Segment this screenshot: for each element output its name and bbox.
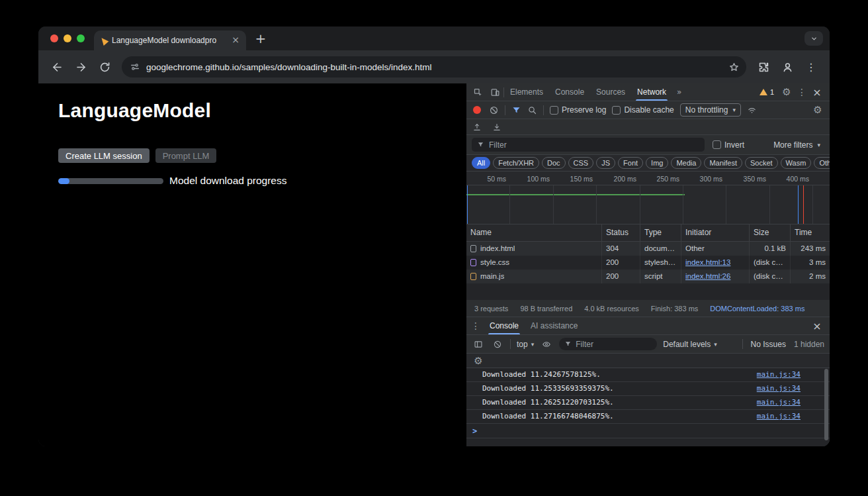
- network-summary-item: Finish: 383 ms: [645, 305, 705, 313]
- tab-close-icon[interactable]: ×: [230, 35, 241, 46]
- forward-button[interactable]: [71, 57, 91, 77]
- console-prompt[interactable]: >: [466, 424, 830, 438]
- network-request-row[interactable]: main.js200scriptindex.html:26(disk c…2 m…: [466, 270, 830, 283]
- warning-triangle-icon: [760, 89, 767, 95]
- clear-network-log-icon[interactable]: [489, 105, 499, 115]
- timeline-gridline: [812, 185, 813, 224]
- filter-chip-other[interactable]: Other: [814, 157, 830, 169]
- profile-avatar-icon[interactable]: [777, 57, 797, 77]
- window-zoom-button[interactable]: [77, 34, 85, 42]
- window-close-button[interactable]: [50, 34, 58, 42]
- browser-menu-icon[interactable]: ⋮: [801, 57, 821, 77]
- column-header-type[interactable]: Type: [640, 224, 681, 241]
- network-request-row[interactable]: index.html304docum…Other0.1 kB243 ms: [466, 242, 830, 256]
- clear-console-icon[interactable]: [491, 338, 504, 351]
- console-settings-icon[interactable]: ⚙: [472, 354, 485, 368]
- console-message-text: Downloaded 11.24267578125%.: [482, 370, 601, 379]
- more-filters-dropdown[interactable]: More filters ▾: [773, 140, 824, 150]
- context-value: top: [517, 340, 528, 349]
- column-header-status[interactable]: Status: [602, 224, 640, 241]
- request-name: style.css: [480, 256, 509, 270]
- network-search-icon[interactable]: [527, 105, 537, 115]
- console-filter-field[interactable]: [576, 340, 652, 349]
- network-request-table: NameStatusTypeInitiatorSizeTime index.ht…: [466, 224, 830, 300]
- network-summary-item: 4.0 kB resources: [578, 305, 645, 313]
- throttling-select[interactable]: No throttling ▾: [680, 103, 741, 117]
- tab-search-button[interactable]: [804, 31, 823, 46]
- devtools-close-icon[interactable]: ×: [810, 86, 824, 99]
- more-tabs-icon[interactable]: »: [672, 87, 686, 97]
- import-har-icon[interactable]: [472, 123, 482, 132]
- disable-cache-checkbox[interactable]: Disable cache: [612, 105, 673, 115]
- console-sidebar-icon[interactable]: [472, 338, 485, 351]
- issues-counter[interactable]: No Issues: [751, 340, 786, 349]
- console-context-selector[interactable]: top ▾: [517, 340, 534, 349]
- record-button[interactable]: [473, 106, 481, 114]
- initiator-link[interactable]: index.html:13: [685, 258, 730, 266]
- filter-chip-media[interactable]: Media: [671, 157, 701, 169]
- address-bar[interactable]: googlechrome.github.io/samples/downloadi…: [122, 56, 746, 77]
- network-filter-icon[interactable]: [511, 105, 521, 115]
- network-settings-icon[interactable]: ⚙: [810, 102, 825, 118]
- filter-chip-doc[interactable]: Doc: [542, 157, 566, 169]
- filter-chip-js[interactable]: JS: [596, 157, 615, 169]
- device-toolbar-icon[interactable]: [486, 83, 503, 101]
- column-header-name[interactable]: Name: [466, 224, 602, 241]
- export-har-icon[interactable]: [492, 123, 501, 132]
- console-message-source-link[interactable]: main.js:34: [757, 396, 801, 409]
- drawer-close-icon[interactable]: ×: [810, 320, 824, 332]
- request-name-cell: index.html: [466, 242, 602, 256]
- browser-tab[interactable]: LanguageModel downloadpro ×: [94, 30, 246, 50]
- new-tab-button[interactable]: +: [251, 29, 270, 48]
- console-message-source-link[interactable]: main.js:34: [757, 410, 801, 423]
- drawer-menu-icon[interactable]: ⋮: [468, 318, 484, 334]
- network-summary-item: 98 B transferred: [514, 305, 578, 313]
- network-overview-timeline[interactable]: 50 ms100 ms150 ms200 ms250 ms300 ms350 m…: [466, 172, 830, 224]
- filter-text-field[interactable]: [489, 140, 699, 150]
- filter-chip-font[interactable]: Font: [618, 157, 643, 169]
- drawer-tab-console[interactable]: Console: [484, 317, 525, 334]
- filter-chip-css[interactable]: CSS: [568, 157, 594, 169]
- column-header-time[interactable]: Time: [791, 224, 830, 241]
- timeline-tick-label: 200 ms: [614, 175, 640, 183]
- filter-chip-manifest[interactable]: Manifest: [704, 157, 742, 169]
- console-scrollbar[interactable]: [824, 369, 828, 440]
- filter-chip-all[interactable]: All: [472, 157, 490, 169]
- filter-chip-fetch-xhr[interactable]: Fetch/XHR: [493, 157, 539, 169]
- devtools-tab-elements[interactable]: Elements: [504, 83, 549, 101]
- console-filter-input[interactable]: [559, 338, 657, 350]
- devtools-tab-network[interactable]: Network: [631, 83, 672, 101]
- drawer-tab-ai-assistance[interactable]: AI assistance: [525, 317, 584, 334]
- log-levels-dropdown[interactable]: Default levels ▾: [663, 340, 717, 349]
- filter-chip-wasm[interactable]: Wasm: [781, 157, 812, 169]
- page-title: LanguageModel: [58, 99, 466, 122]
- devtools-settings-icon[interactable]: ⚙: [779, 84, 794, 100]
- devtools-menu-icon[interactable]: ⋮: [796, 84, 808, 100]
- prompt-llm-button[interactable]: Prompt LLM: [155, 148, 217, 163]
- bookmark-star-icon[interactable]: [725, 58, 742, 75]
- console-message-source-link[interactable]: main.js:34: [757, 368, 801, 381]
- filter-chip-socket[interactable]: Socket: [745, 157, 778, 169]
- address-url[interactable]: googlechrome.github.io/samples/downloadi…: [146, 62, 719, 72]
- invert-checkbox[interactable]: Invert: [713, 140, 744, 150]
- back-button[interactable]: [47, 57, 67, 77]
- filter-chip-img[interactable]: Img: [646, 157, 668, 169]
- initiator-link[interactable]: index.html:26: [685, 272, 730, 280]
- column-header-size[interactable]: Size: [750, 224, 791, 241]
- column-header-initiator[interactable]: Initiator: [681, 224, 750, 241]
- network-conditions-icon[interactable]: [747, 105, 757, 115]
- devtools-tab-sources[interactable]: Sources: [590, 83, 631, 101]
- preserve-log-checkbox[interactable]: Preserve log: [550, 105, 606, 115]
- warnings-badge[interactable]: 1: [756, 88, 777, 96]
- create-live-expression-icon[interactable]: [540, 338, 553, 351]
- create-llm-session-button[interactable]: Create LLM session: [58, 148, 150, 163]
- inspect-element-icon[interactable]: [469, 83, 486, 101]
- window-minimize-button[interactable]: [64, 34, 71, 42]
- console-message-source-link[interactable]: main.js:34: [757, 382, 801, 395]
- site-settings-icon[interactable]: [130, 62, 140, 72]
- reload-button[interactable]: [95, 57, 114, 77]
- extensions-icon[interactable]: [754, 57, 773, 77]
- network-filter-input[interactable]: [472, 138, 705, 152]
- network-request-row[interactable]: style.css200stylesh…index.html:13(disk c…: [466, 256, 830, 270]
- devtools-tab-console[interactable]: Console: [549, 83, 590, 101]
